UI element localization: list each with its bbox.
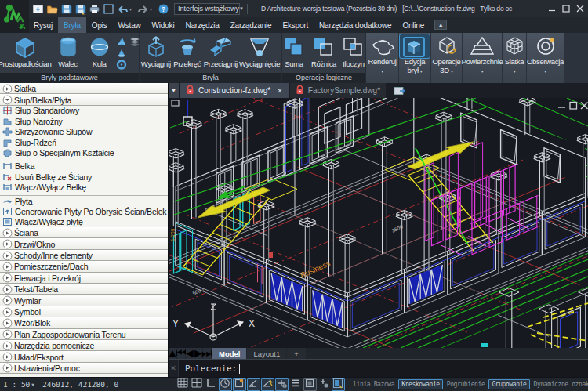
status-toggle-quick-props[interactable] <box>303 378 317 391</box>
status-toggle-dynamic-input[interactable] <box>275 378 289 391</box>
palette-section-12[interactable]: Narzędzia pomocnicze <box>0 340 168 351</box>
redo-button[interactable] <box>136 2 150 16</box>
layout-tab-layout1[interactable]: Layout1 <box>247 348 286 359</box>
save-button[interactable] <box>59 2 73 16</box>
palette-item-1[interactable]: Słup Narożny <box>0 116 168 126</box>
palette-section-4[interactable]: Schody/Inne elementy <box>0 250 168 261</box>
print-button[interactable] <box>87 2 101 16</box>
status-toggle-text-0[interactable]: linia Bazowa <box>350 380 397 389</box>
undo-button[interactable] <box>115 2 129 16</box>
palette-section-3[interactable]: Drzwi/Okno <box>0 238 168 249</box>
ribbon-button-suma[interactable]: Suma <box>279 34 309 69</box>
document-tabs-dropdown[interactable]: ▼ <box>169 83 179 98</box>
ribbon-button-walec[interactable]: Walec <box>53 34 84 69</box>
app-logo[interactable]: A <box>0 0 29 33</box>
palette-section-8[interactable]: Wymiar <box>0 295 168 306</box>
ribbon-tab-6[interactable]: Zarządzanie <box>225 17 278 33</box>
palette-section-2[interactable]: Ściana <box>0 227 168 238</box>
status-toggle-polar[interactable] <box>219 378 232 391</box>
palette-section-10[interactable]: Wzór/Blok <box>0 317 168 328</box>
print-preview-button[interactable] <box>101 2 115 16</box>
status-toggle-angle[interactable] <box>247 378 260 391</box>
palette-item-6[interactable]: Usuń Belkę ze Ściany <box>0 172 168 182</box>
palette-item-0[interactable]: Słup Standardowy <box>0 106 168 116</box>
tool-button-observation[interactable]: Obserwacja▾ <box>527 33 564 83</box>
close-command-icon[interactable]: ✕ <box>169 360 179 377</box>
palette-section-1[interactable]: Słup/Belka/Płyta <box>0 94 168 105</box>
close-button[interactable] <box>576 5 584 13</box>
ribbon-button-przekręć[interactable]: Przekręć <box>172 34 203 69</box>
add-layout-button[interactable]: + <box>287 348 306 359</box>
palette-item-7[interactable]: Włącz/Wyłącz Belkę <box>0 183 168 193</box>
palette-item-4[interactable]: Słup o Specjalnym Kształcie <box>0 147 168 157</box>
drawing-canvas[interactable]: Business 5000 3600 1:200 X Y <box>169 98 588 348</box>
save-all-button[interactable] <box>73 2 87 16</box>
palette-item-10[interactable]: Włącz/Wyłącz płytę <box>0 217 168 227</box>
ribbon-button-prostopadłościan[interactable]: Prostopadłościan <box>0 34 53 69</box>
status-toggle-otrack[interactable] <box>261 378 274 391</box>
new-document-tab-button[interactable] <box>387 83 411 98</box>
ribbon-button-wyciągnij[interactable]: Wyciągnij <box>140 34 172 69</box>
ribbon-tab-1[interactable]: Bryła <box>58 17 86 33</box>
ribbon-button-kula[interactable]: Kula <box>84 34 115 69</box>
last-layout-button[interactable]: ⏭ <box>203 348 212 359</box>
ribbon-tab-0[interactable]: Rysuj <box>28 17 58 33</box>
status-toggle-text-2[interactable]: Pogrubienie <box>445 380 488 389</box>
status-toggle-osnap[interactable] <box>233 378 246 391</box>
status-toggle-grid[interactable] <box>191 378 204 391</box>
palette-section-11[interactable]: Plan Zagospodarowania Terenu <box>0 329 168 340</box>
tool-button-mesh[interactable]: Siatka▾ <box>503 33 527 83</box>
tool-button-edit-solids[interactable]: Edycjabrył▾ <box>399 33 431 83</box>
maximize-button[interactable] <box>562 5 570 13</box>
palette-item-2[interactable]: Skrzyżowanie Słupów <box>0 127 168 137</box>
ribbon-button-wyciągnięcie[interactable]: Wyciągnięcie <box>238 34 281 69</box>
torus-icon[interactable] <box>115 59 129 71</box>
palette-item-9[interactable]: Generowanie Płyty Po Obrysie Ścian/Belek <box>0 206 168 216</box>
help-button[interactable]: ? <box>156 2 170 16</box>
ribbon-tab-3[interactable]: Wstaw <box>113 17 147 33</box>
ribbon-tab-4[interactable]: Widoki <box>147 17 180 33</box>
status-toggle-grid-fine[interactable] <box>176 378 190 391</box>
minimize-button[interactable] <box>548 5 556 13</box>
status-toggle-text-3[interactable]: Grupowanie <box>488 379 529 389</box>
status-toggle-lineweight[interactable] <box>289 378 303 391</box>
status-toggle-text-1[interactable]: Kreskowanie <box>398 379 443 389</box>
tool-button-render[interactable]: Renderuj▾ <box>366 33 399 83</box>
scale-display[interactable]: 1 : 50▼ <box>3 380 34 389</box>
ribbon-tab-5[interactable]: Narzędzia <box>180 17 224 33</box>
redo-dropdown-caret[interactable]: ▾ <box>150 6 155 12</box>
palette-section-5[interactable]: Pomieszczenie/Dach <box>0 261 168 272</box>
tool-button-surfaces[interactable]: Powierzchnie▾ <box>463 33 503 83</box>
ribbon-tab-8[interactable]: Narzędzia dodatkowe <box>314 17 397 33</box>
tool-button-3d-operations[interactable]: Operacje3D▾ <box>431 33 463 83</box>
status-toggle-workspace[interactable] <box>332 378 345 391</box>
document-tab-1[interactable]: FactorySample.dwg* <box>290 83 386 98</box>
undo-dropdown-caret[interactable]: ▾ <box>129 6 135 12</box>
ribbon-button-iloczyn[interactable]: Iloczyn <box>339 34 368 69</box>
interface-mode-dropdown[interactable]: Interfejs wstążkowy▼ <box>174 3 240 15</box>
status-toggle-ortho[interactable] <box>205 378 218 391</box>
open-button[interactable] <box>45 2 59 16</box>
palette-section-13[interactable]: Układ/Eksport <box>0 351 168 362</box>
palette-item-3[interactable]: Słup-Rdzeń <box>0 137 168 147</box>
cone-icon[interactable] <box>115 47 129 59</box>
palette-section-9[interactable]: Symbol <box>0 306 168 317</box>
ribbon-button-różnica[interactable]: Różnica <box>309 34 339 69</box>
palette-section-0[interactable]: Siatka <box>0 83 168 94</box>
status-toggle-text-4[interactable]: Dynamiczne oznak <box>532 380 588 389</box>
ribbon-tab-2[interactable]: Opis <box>86 17 113 33</box>
close-tab-icon[interactable]: ✕ <box>277 87 283 95</box>
layout-tab-model[interactable]: Model <box>212 348 246 359</box>
ribbon-tab-9[interactable]: Online <box>397 17 430 33</box>
document-tab-0[interactable]: Construction-fz.dwg*✕ <box>180 83 289 98</box>
ribbon-tab-7[interactable]: Eksport <box>277 17 314 33</box>
palette-section-6[interactable]: Elewacja i Przekrój <box>0 273 168 284</box>
palette-item-8[interactable]: Płyta <box>0 196 168 206</box>
palette-section-7[interactable]: Tekst/Tabela <box>0 284 168 295</box>
ribbon-button-przeciągnij[interactable]: Przeciągnij <box>203 34 238 69</box>
wedge-icon[interactable] <box>115 35 129 47</box>
palette-item-5[interactable]: Belka <box>0 161 168 172</box>
command-line[interactable]: ✕ Polecenie: <box>169 359 588 377</box>
palette-section-14[interactable]: Ustawienia/Pomoc <box>0 363 168 374</box>
new-drawing-button[interactable] <box>31 2 45 16</box>
